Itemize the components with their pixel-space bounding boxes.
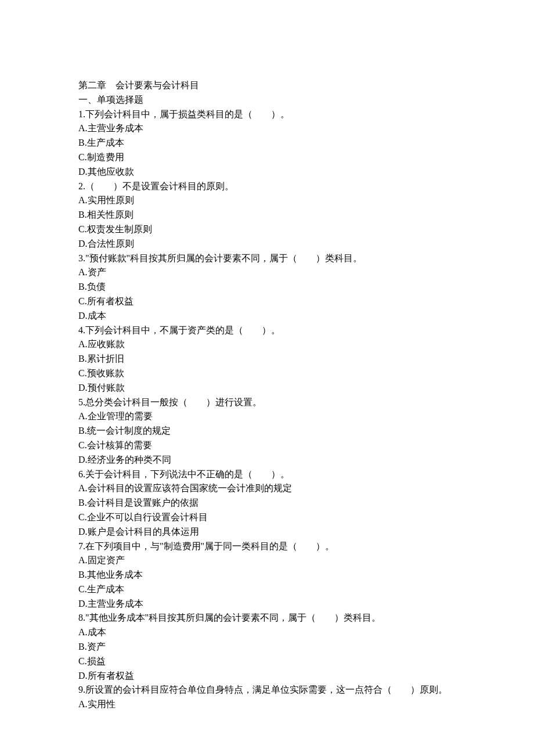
- question-option: B.相关性原则: [78, 208, 470, 222]
- question-option: A.应收账款: [78, 337, 470, 352]
- question-option: D.所有者权益: [78, 669, 470, 683]
- question-option: C.预收账款: [78, 366, 470, 381]
- chapter-title: 第二章 会计要素与会计科目: [78, 78, 470, 93]
- question-option: B.其他业务成本: [78, 568, 470, 582]
- question-stem: 8."其他业务成本"科目按其所归属的会计要素不同，属于（ ）类科目。: [78, 611, 470, 625]
- question-option: D.经济业务的种类不同: [78, 453, 470, 467]
- question-option: C.会计核算的需要: [78, 438, 470, 453]
- question-option: C.权责发生制原则: [78, 222, 470, 237]
- section-title: 一、单项选择题: [78, 93, 470, 107]
- question-stem: 3."预付账款"科目按其所归属的会计要素不同，属于（ ）类科目。: [78, 251, 470, 266]
- question-option: B.资产: [78, 640, 470, 654]
- question-option: C.损益: [78, 654, 470, 669]
- question-option: A.实用性原则: [78, 193, 470, 208]
- question-option: C.所有者权益: [78, 294, 470, 309]
- question-stem: 5.总分类会计科目一般按（ ）进行设置。: [78, 395, 470, 410]
- question-option: B.统一会计制度的规定: [78, 424, 470, 438]
- question-option: D.成本: [78, 309, 470, 323]
- question-option: B.累计折旧: [78, 352, 470, 366]
- question-stem: 7.在下列项目中，与"制造费用"属于同一类科目的是（ ）。: [78, 539, 470, 554]
- question-option: A.实用性: [78, 697, 470, 712]
- question-option: D.合法性原则: [78, 237, 470, 251]
- question-stem: 2.（ ）不是设置会计科目的原则。: [78, 179, 470, 194]
- question-option: A.企业管理的需要: [78, 409, 470, 424]
- question-option: C.生产成本: [78, 582, 470, 597]
- question-option: C.企业不可以自行设置会计科目: [78, 510, 470, 525]
- question-option: D.主营业务成本: [78, 597, 470, 611]
- question-option: D.预付账款: [78, 381, 470, 395]
- question-option: A.成本: [78, 625, 470, 640]
- question-option: A.资产: [78, 265, 470, 280]
- question-stem: 6.关于会计科目，下列说法中不正确的是（ ）。: [78, 467, 470, 482]
- question-option: D.其他应收款: [78, 165, 470, 179]
- question-stem: 4.下列会计科目中，不属于资产类的是（ ）。: [78, 323, 470, 338]
- question-option: C.制造费用: [78, 150, 470, 165]
- question-option: B.会计科目是设置账户的依据: [78, 496, 470, 510]
- question-option: B.负债: [78, 280, 470, 294]
- question-option: A.会计科目的设置应该符合国家统一会计准则的规定: [78, 481, 470, 496]
- question-stem: 9.所设置的会计科目应符合单位自身特点，满足单位实际需要，这一点符合（ ）原则。: [78, 683, 470, 697]
- question-stem: 1.下列会计科目中，属于损益类科目的是（ ）。: [78, 107, 470, 122]
- question-option: A.固定资产: [78, 553, 470, 568]
- question-option: D.账户是会计科目的具体运用: [78, 525, 470, 539]
- question-option: B.生产成本: [78, 136, 470, 150]
- question-option: A.主营业务成本: [78, 121, 470, 136]
